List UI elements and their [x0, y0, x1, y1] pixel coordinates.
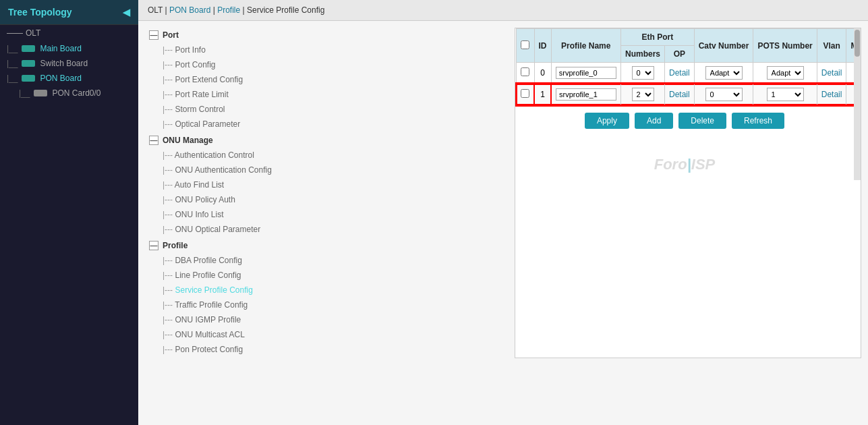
- sidebar-header: Tree Topology ◀: [0, 0, 138, 25]
- nav-pon-protect-config[interactable]: Pon Protect Config: [145, 342, 322, 357]
- delete-button[interactable]: Delete: [678, 113, 726, 129]
- pon-card-label: PON Card0/0: [52, 88, 100, 98]
- row-0-checkbox[interactable]: [521, 67, 529, 76]
- select-all-checkbox[interactable]: [521, 40, 529, 49]
- nav-optical-parameter[interactable]: Optical Parameter: [145, 117, 322, 132]
- pon-card-icon: [34, 90, 47, 96]
- col-vlan: Vlan: [817, 29, 846, 63]
- breadcrumb-olt: OLT: [148, 5, 163, 15]
- row-0-pots[interactable]: Adapt012: [767, 66, 804, 80]
- nav-port-extend-config[interactable]: Port Extend Config: [145, 72, 322, 87]
- nav-onu-auth-config[interactable]: ONU Authentication Config: [145, 163, 322, 177]
- col-pots-number: POTS Number: [753, 29, 817, 63]
- nav-section-onu-manage: — ONU Manage Authentication Control ONU …: [145, 133, 322, 237]
- nav-onu-optical-parameter[interactable]: ONU Optical Parameter: [145, 222, 322, 237]
- watermark: Foro|ISP: [515, 136, 854, 180]
- row-1-catv[interactable]: Adapt012: [705, 88, 743, 101]
- apply-button[interactable]: Apply: [585, 113, 629, 129]
- nav-onu-info-list[interactable]: ONU Info List: [145, 207, 322, 222]
- nav-service-profile-config[interactable]: Service Profile Config: [145, 283, 322, 298]
- nav-dba-profile-config[interactable]: DBA Profile Config: [145, 253, 322, 268]
- nav-auth-control[interactable]: Authentication Control: [145, 148, 322, 163]
- row-0-eth-numbers[interactable]: 01234: [632, 66, 654, 80]
- sidebar-toggle-icon[interactable]: ◀: [123, 7, 130, 18]
- switch-board-icon: [22, 60, 35, 67]
- breadcrumb-profile[interactable]: Profile: [217, 5, 240, 15]
- table-row: 1 01234 Detail: [516, 84, 854, 105]
- col-id: ID: [534, 29, 551, 63]
- tree-olt: —— OLT: [0, 25, 138, 41]
- sidebar-item-main-board[interactable]: |__ Main Board: [0, 41, 138, 56]
- pon-board-icon: [22, 75, 35, 82]
- minus-icon-port: —: [149, 30, 158, 40]
- olt-label[interactable]: OLT: [26, 28, 40, 38]
- row-1-checkbox[interactable]: [521, 89, 529, 98]
- nav-profile-header[interactable]: — Profile: [145, 238, 322, 253]
- row-1-eth-numbers[interactable]: 01234: [632, 88, 654, 101]
- col-mac-learning: MAC Learning: [846, 29, 854, 63]
- nav-onu-manage-label: ONU Manage: [163, 136, 213, 145]
- minus-icon-onu: —: [149, 136, 158, 145]
- row-0-vlan-detail[interactable]: Detail: [821, 68, 842, 78]
- nav-onu-igmp-profile[interactable]: ONU IGMP Profile: [145, 312, 322, 327]
- row-1-id: 1: [534, 84, 551, 105]
- nav-profile-label: Profile: [163, 241, 187, 250]
- row-1-profile-name[interactable]: [556, 88, 616, 101]
- sidebar-item-pon-board[interactable]: |__ PON Board: [0, 71, 138, 86]
- col-catv-number: Catv Number: [694, 29, 753, 63]
- service-profile-table: ID Profile Name Eth Port Catv Number POT…: [515, 28, 854, 106]
- nav-onu-multicast-acl[interactable]: ONU Multicast ACL: [145, 327, 322, 342]
- switch-board-label: Switch Board: [40, 59, 88, 68]
- row-0-profile-name[interactable]: [556, 67, 616, 79]
- row-0-eth-detail[interactable]: Detail: [669, 68, 690, 78]
- nav-port-info[interactable]: Port Info: [145, 42, 322, 57]
- breadcrumb: OLT | PON Board | Profile | Service Prof…: [138, 0, 868, 21]
- scrollbar-thumb[interactable]: [855, 30, 860, 57]
- minus-icon-profile: —: [149, 241, 158, 250]
- nav-onu-policy-auth[interactable]: ONU Policy Auth: [145, 192, 322, 207]
- breadcrumb-current: Service Profile Config: [247, 5, 324, 15]
- row-1-eth-detail[interactable]: Detail: [669, 90, 690, 99]
- nav-port-header[interactable]: — Port: [145, 28, 322, 42]
- refresh-button[interactable]: Refresh: [732, 113, 784, 129]
- nav-line-profile-config[interactable]: Line Profile Config: [145, 268, 322, 283]
- table-row: 0 01234 Detail: [516, 63, 854, 84]
- watermark-pipe: |: [687, 156, 691, 173]
- nav-port-config[interactable]: Port Config: [145, 57, 322, 72]
- col-checkbox: [516, 29, 534, 63]
- pon-board-label: PON Board: [40, 74, 81, 83]
- nav-onu-manage-header[interactable]: — ONU Manage: [145, 133, 322, 148]
- add-button[interactable]: Add: [635, 113, 673, 129]
- row-1-vlan-detail[interactable]: Detail: [821, 90, 842, 99]
- nav-traffic-profile-config[interactable]: Traffic Profile Config: [145, 298, 322, 312]
- row-0-catv[interactable]: Adapt012: [705, 66, 743, 80]
- breadcrumb-pon-board[interactable]: PON Board: [169, 5, 210, 15]
- row-0-id: 0: [534, 63, 551, 84]
- nav-section-port: — Port Port Info Port Config Port Extend…: [145, 28, 322, 132]
- main-board-icon: [22, 45, 35, 52]
- scrollbar[interactable]: [854, 28, 861, 180]
- sidebar-item-switch-board[interactable]: |__ Switch Board: [0, 56, 138, 71]
- nav-section-profile: — Profile DBA Profile Config Line Profil…: [145, 238, 322, 357]
- main-board-label: Main Board: [40, 44, 81, 53]
- col-profile-name: Profile Name: [551, 29, 621, 63]
- col-eth-numbers: Numbers: [621, 46, 665, 63]
- nav-auto-find-list[interactable]: Auto Find List: [145, 177, 322, 192]
- sidebar-title: Tree Topology: [8, 7, 72, 18]
- nav-port-label: Port: [163, 30, 179, 40]
- sidebar-item-pon-card[interactable]: |__ PON Card0/0: [0, 86, 138, 101]
- nav-port-rate-limit[interactable]: Port Rate Limit: [145, 87, 322, 102]
- col-eth-port: Eth Port: [621, 29, 695, 46]
- col-eth-op: OP: [665, 46, 695, 63]
- row-1-pots[interactable]: Adapt012: [767, 88, 804, 101]
- nav-storm-control[interactable]: Storm Control: [145, 102, 322, 117]
- action-buttons: Apply Add Delete Refresh: [515, 106, 854, 136]
